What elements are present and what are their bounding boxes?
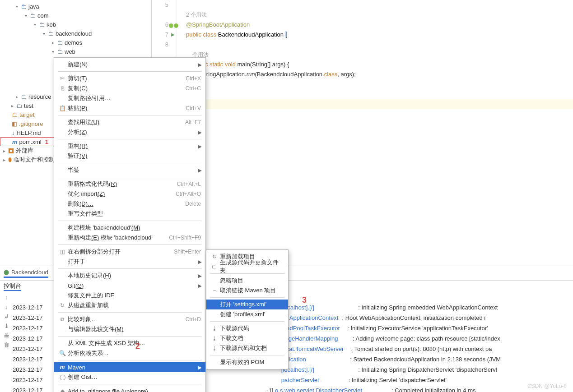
menu-maven[interactable]: mMaven▶ — [54, 362, 205, 372]
markdown-icon: ↓ — [12, 129, 15, 136]
menu-add-gitignore[interactable]: ◆Add to .gitignore file (unignore) — [54, 386, 205, 392]
run-gutter-icon[interactable]: ▶ — [171, 30, 175, 40]
tree-web[interactable]: ▾🗀web — [0, 47, 151, 56]
menu-reformat[interactable]: 重新格式化代码(R)Ctrl+Alt+L — [54, 179, 205, 189]
tree-label: resource — [28, 93, 51, 100]
submenu-ignore[interactable]: 忽略项目 — [206, 276, 288, 286]
reload-icon: ↻ — [58, 302, 67, 309]
menu-local-history[interactable]: 本地历史记录(H)▶ — [54, 271, 205, 281]
menu-git[interactable]: Git(G)▶ — [54, 281, 205, 291]
menu-split-right[interactable]: ◫在右侧拆分部分打开Shift+Enter — [54, 247, 205, 257]
annotation-1: 1 — [45, 138, 48, 145]
menu-cut[interactable]: ✄剪切(T)Ctrl+X — [54, 74, 205, 83]
menu-bookmarks[interactable]: 书签▶ — [54, 165, 205, 175]
code-annotation: @SpringBootApplication — [186, 21, 250, 28]
code-editor[interactable]: 5 6 7▶ 8 2 个用法 @SpringBootApplication pu… — [152, 0, 573, 266]
menu-refactor[interactable]: 重构(R)▶ — [54, 141, 205, 151]
maven-icon: m — [12, 138, 18, 145]
annotation-2: 2 — [135, 341, 140, 351]
tree-label: com — [37, 12, 49, 19]
watermark: CSDN @YoLo-8 — [527, 383, 567, 389]
submenu-dl-src[interactable]: ⭳下载源代码 — [206, 323, 288, 333]
github-icon: ◯ — [58, 374, 67, 380]
tree-java[interactable]: ▾🗀java — [0, 2, 151, 11]
scratch-icon: ⬮ — [8, 156, 12, 163]
folder-icon: 🗀 — [16, 102, 22, 109]
copy-icon: ⎘ — [58, 85, 67, 92]
download-icon: ⭳ — [210, 345, 219, 351]
folder-icon: 🗀 — [21, 93, 27, 100]
line-number: 7▶ — [152, 30, 168, 40]
usages-hint[interactable]: 2 个用法 — [186, 12, 207, 18]
menu-delete[interactable]: 删除(D)…Delete — [54, 199, 205, 209]
tree-label: java — [28, 3, 39, 10]
minus-icon: − — [210, 287, 219, 294]
folder-icon: 🗀 — [12, 111, 18, 118]
diff-icon: ⧉ — [58, 316, 67, 323]
submenu-dl-both[interactable]: ⭳下载源代码和文档 — [206, 343, 288, 353]
submenu-dl-doc[interactable]: ⭳下载文档 — [206, 333, 288, 343]
menu-gen-xsd[interactable]: 从 XML 文件生成 XSD 架构… — [54, 338, 205, 348]
maven-submenu[interactable]: ↻重新加载项目 🗀生成源代码并更新文件夹 忽略项目 −取消链接 Maven 项目… — [206, 249, 289, 369]
menu-analyze-deps[interactable]: 🔍分析依赖关系… — [54, 348, 205, 358]
submenu-gen-src[interactable]: 🗀生成源代码并更新文件夹 — [206, 262, 288, 272]
menu-copy[interactable]: ⎘复制(C)Ctrl+C — [54, 83, 205, 93]
menu-build-module[interactable]: 构建模块 'backendcloud'(M) — [54, 223, 205, 233]
tree-kob[interactable]: ▾🗀kob — [0, 20, 151, 29]
menu-reload-disk[interactable]: ↻从磁盘重新加载 — [54, 300, 205, 310]
gitignore-icon: ◧ — [12, 120, 17, 127]
scroll-up-icon[interactable]: ↑ — [5, 294, 8, 301]
tree-demos[interactable]: ▸🗀demos — [0, 38, 151, 47]
clear-icon[interactable]: 🗑 — [4, 341, 9, 348]
menu-open-in[interactable]: 打开于▶ — [54, 257, 205, 267]
tree-label: test — [24, 102, 33, 109]
menu-find-usages[interactable]: 查找用法(U)Alt+F7 — [54, 117, 205, 127]
usages-hint[interactable]: 个用法 — [192, 51, 209, 58]
menu-new[interactable]: 新建(N)▶ — [54, 60, 205, 69]
run-tab[interactable]: ⬤Backendcloud — [4, 269, 48, 278]
folder-icon: 🗀 — [57, 39, 63, 46]
paste-icon: 📋 — [58, 105, 67, 111]
folder-icon: 🗀 — [48, 30, 54, 37]
menu-create-gist[interactable]: ◯创建 Gist… — [54, 372, 205, 382]
submenu-unlink[interactable]: −取消链接 Maven 项目 — [206, 286, 288, 295]
scroll-down-icon[interactable]: ↓ — [5, 304, 8, 310]
library-icon: 🞑 — [8, 148, 14, 154]
chevron-right-icon: ▶ — [198, 62, 202, 67]
tree-label: 外部库 — [16, 147, 33, 155]
tree-label: .gitignore — [19, 120, 43, 127]
menu-paste[interactable]: 📋粘贴(P)Ctrl+V — [54, 103, 205, 113]
tree-label: pom.xml — [19, 138, 42, 145]
menu-repair-ide[interactable]: 修复文件上的 IDE — [54, 291, 205, 300]
menu-copy-path[interactable]: 复制路径/引用… — [54, 93, 205, 103]
gitignore-icon: ◆ — [58, 388, 67, 392]
soft-wrap-icon[interactable]: ↲ — [4, 313, 9, 320]
menu-validate[interactable]: 验证(V) — [54, 151, 205, 161]
menu-override-type[interactable]: 重写文件类型 — [54, 209, 205, 219]
menu-optimize-imports[interactable]: 优化 import(Z)Ctrl+Alt+O — [54, 189, 205, 199]
menu-compare-editor[interactable]: 与编辑器比较文件(M) — [54, 324, 205, 334]
menu-rebuild[interactable]: 重新构建(E) 模块 'backendcloud'Ctrl+Shift+F9 — [54, 233, 205, 243]
tree-label: kob — [47, 21, 56, 28]
tree-backendcloud[interactable]: ▾🗀backendcloud — [0, 29, 151, 38]
tree-label: HELP.md — [17, 129, 41, 136]
split-icon: ◫ — [58, 249, 67, 255]
tree-com[interactable]: ▾🗀com — [0, 11, 151, 20]
folder-icon: 🗀 — [30, 12, 36, 19]
folder-icon: 🗀 — [57, 48, 63, 55]
line-number: 5 — [152, 0, 168, 10]
scroll-to-end-icon[interactable]: ⤓ — [4, 323, 9, 329]
submenu-open-settings[interactable]: 打开 'settings.xml' — [206, 300, 288, 309]
menu-compare[interactable]: ⧉比较对象…Ctrl+D — [54, 314, 205, 324]
console-tab[interactable]: 控制台 — [4, 282, 21, 291]
reload-icon: ↻ — [210, 254, 219, 260]
print-icon[interactable]: 🖶 — [4, 332, 9, 339]
tree-label: backendcloud — [56, 30, 92, 37]
submenu-show-pom[interactable]: 显示有效的 POM — [206, 357, 288, 367]
maven-icon: m — [58, 364, 67, 370]
tree-label: demos — [65, 39, 82, 46]
menu-analyze[interactable]: 分析(Z)▶ — [54, 127, 205, 137]
run-icon: ⬤ — [4, 269, 9, 275]
submenu-create-profiles[interactable]: 创建 'profiles.xml' — [206, 309, 288, 319]
context-menu[interactable]: 新建(N)▶ ✄剪切(T)Ctrl+X ⎘复制(C)Ctrl+C 复制路径/引用… — [54, 57, 206, 392]
